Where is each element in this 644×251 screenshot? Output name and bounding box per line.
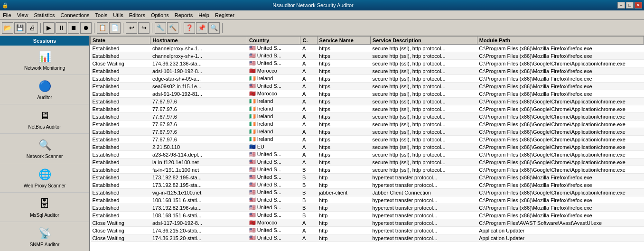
col-header-state[interactable]: State: [91, 37, 150, 45]
menu-item-options[interactable]: Options: [148, 11, 172, 19]
toolbar-btn-1[interactable]: 💾: [14, 22, 26, 34]
menu-item-utils[interactable]: Utils: [110, 11, 126, 19]
menu-item-connections[interactable]: Connections: [57, 11, 92, 19]
module-path-cell: C:\Program Files (x86)\Mozilla Firefox\f…: [477, 67, 644, 75]
c-cell: A: [300, 121, 317, 128]
menu-item-view[interactable]: View: [14, 11, 31, 19]
toolbar-btn-10[interactable]: 📄: [109, 22, 121, 34]
toolbar-btn-19[interactable]: 📌: [196, 22, 207, 34]
service-name-cell: https: [317, 60, 370, 67]
table-row[interactable]: Establisheda23-62-98-114.depl...🇺🇸 Unite…: [91, 151, 644, 158]
table-row[interactable]: Established173.192.82.196-sta...🇺🇸 Unite…: [91, 204, 644, 212]
toolbar-btn-12[interactable]: ↩: [126, 22, 137, 34]
sidebar-item-mssql-auditor[interactable]: 🗄MsSql Auditor: [0, 193, 89, 222]
c-cell: A: [300, 234, 317, 242]
table-row[interactable]: Close Waitingadsl-117-190-192-8...🇲🇦 Mor…: [91, 219, 644, 227]
mssql-auditor-label: MsSql Auditor: [30, 213, 59, 218]
table-row[interactable]: Established2.21.50.110🇪🇺 EUAhttpssecure …: [91, 143, 644, 151]
c-cell: B: [300, 196, 317, 204]
minimize-button[interactable]: −: [617, 2, 625, 9]
toolbar-btn-7[interactable]: ⏺: [80, 22, 92, 34]
state-cell: Established: [91, 196, 150, 204]
toolbar-btn-4[interactable]: ▶: [43, 22, 55, 34]
table-row[interactable]: Close Waiting174.36.232.136-sta...🇺🇸 Uni…: [91, 60, 644, 67]
menu-item-file[interactable]: File: [0, 11, 14, 19]
col-header-country[interactable]: Country: [247, 37, 300, 45]
col-header-service-desc[interactable]: Service Description: [370, 37, 477, 45]
table-row[interactable]: Established77.67.97.6🇮🇪 IrelandAhttpssec…: [91, 121, 644, 128]
sidebar-item-snmp-auditor[interactable]: 📡SNMP Auditor: [0, 222, 89, 251]
service-name-cell: http: [317, 174, 370, 181]
hostname-cell: a23-62-98-114.depl...: [150, 151, 247, 158]
toolbar-btn-18[interactable]: ❓: [184, 22, 195, 34]
menu-item-reports[interactable]: Reports: [172, 11, 196, 19]
toolbar-separator: [123, 23, 123, 33]
module-path-cell: C:\Program Files (x86)\Mozilla Firefox\f…: [477, 196, 644, 204]
c-cell: A: [300, 227, 317, 234]
state-cell: Established: [91, 204, 150, 212]
table-row[interactable]: Close Waiting174.36.215.20-stati...🇺🇸 Un…: [91, 234, 644, 242]
table-row[interactable]: Close Waiting174.36.215.20-stati...🇺🇸 Un…: [91, 227, 644, 234]
toolbar-btn-16[interactable]: 🔨: [167, 22, 178, 34]
table-row[interactable]: Establishedadsl-91-190-192-81...🇲🇦 Moroc…: [91, 90, 644, 98]
module-path-cell: C:\Program Files (x86)\Google\Chrome\App…: [477, 166, 644, 174]
snmp-auditor-label: SNMP Auditor: [30, 242, 60, 247]
menu-item-tools[interactable]: Tools: [93, 11, 111, 19]
table-row[interactable]: Establishedwg-in-f125.1e100.net🇺🇸 United…: [91, 189, 644, 196]
maximize-button[interactable]: □: [626, 2, 634, 9]
table-row[interactable]: Established173.192.82.195-sta...🇺🇸 Unite…: [91, 174, 644, 181]
country-cell: 🇺🇸 United S...: [247, 212, 300, 219]
hostname-cell: 173.192.82.195-sta...: [150, 174, 247, 181]
toolbar-btn-0[interactable]: 📂: [2, 22, 13, 34]
service-name-cell: https: [317, 67, 370, 75]
c-cell: B: [300, 204, 317, 212]
state-cell: Established: [91, 113, 150, 121]
module-path-cell: C:\Program Files (x86)\Google\Chrome\App…: [477, 128, 644, 136]
table-row[interactable]: Established77.67.97.6🇮🇪 IrelandAhttpssec…: [91, 98, 644, 105]
toolbar-btn-9[interactable]: 📋: [97, 22, 108, 34]
col-header-hostname[interactable]: Hostname: [150, 37, 247, 45]
table-row[interactable]: Establishedadsl-101-190-192-8...🇲🇦 Moroc…: [91, 67, 644, 75]
close-button[interactable]: ✕: [635, 2, 642, 9]
toolbar-btn-2[interactable]: 🖨: [27, 22, 38, 34]
menu-item-editors[interactable]: Editors: [126, 11, 148, 19]
table-row[interactable]: Established108.168.151.6-stati...🇺🇸 Unit…: [91, 196, 644, 204]
menu-item-register[interactable]: Register: [212, 11, 237, 19]
menu-item-help[interactable]: Help: [196, 11, 212, 19]
module-path-cell: Application Updater: [477, 227, 644, 234]
sidebar-item-web-proxy-scanner[interactable]: 🌐Web Proxy Scanner: [0, 163, 89, 193]
table-row[interactable]: Established77.67.97.6🇮🇪 IrelandAhttpssec…: [91, 105, 644, 113]
table-row[interactable]: Establishedsea09s02-in-f15.1e...🇺🇸 Unite…: [91, 83, 644, 90]
hostname-cell: 108.168.151.6-stati...: [150, 212, 247, 219]
table-row[interactable]: Established173.192.82.195-sta...🇺🇸 Unite…: [91, 181, 644, 189]
netbios-auditor-icon: 🖥: [37, 108, 52, 123]
table-row[interactable]: Established77.67.97.6🇮🇪 IrelandAhttpssec…: [91, 128, 644, 136]
table-row[interactable]: Established77.67.97.6🇮🇪 IrelandAhttpssec…: [91, 136, 644, 143]
table-row[interactable]: Establishededge-star-shv-09-a...🇮🇪 Irela…: [91, 75, 644, 83]
col-header-c[interactable]: C.: [300, 37, 317, 45]
service-name-cell: https: [317, 113, 370, 121]
sidebar-item-network-monitoring[interactable]: 📊Network Monitoring: [0, 46, 89, 75]
table-row[interactable]: Established77.67.97.6🇮🇪 IrelandAhttpssec…: [91, 113, 644, 121]
col-header-service-name[interactable]: Service Name: [317, 37, 370, 45]
sidebar-item-netbios-auditor[interactable]: 🖥NetBios Auditor: [0, 104, 89, 134]
module-path-cell: C:\Program Files (x86)\Mozilla Firefox\f…: [477, 52, 644, 60]
toolbar-btn-20[interactable]: 🔍: [208, 22, 220, 34]
menu-item-statistics[interactable]: Statistics: [31, 11, 57, 19]
toolbar-btn-15[interactable]: 🔧: [155, 22, 166, 34]
toolbar-btn-13[interactable]: ↪: [138, 22, 149, 34]
table-row[interactable]: Establishedfa-in-f191.1e100.net🇺🇸 United…: [91, 166, 644, 174]
toolbar-btn-5[interactable]: ⏸: [56, 22, 67, 34]
table-row[interactable]: Establishedchannelproxy-shv-1...🇺🇸 Unite…: [91, 52, 644, 60]
col-header-module-path[interactable]: Module Path: [477, 37, 644, 45]
table-row[interactable]: Establishedchannelproxy-shv-1...🇺🇸 Unite…: [91, 45, 644, 52]
state-cell: Established: [91, 128, 150, 136]
module-path-cell: C:\Program Files (x86)\Google\Chrome\App…: [477, 105, 644, 113]
module-path-cell: C:\Program Files (x86)\Google\Chrome\App…: [477, 121, 644, 128]
sidebar-item-network-scanner[interactable]: 🔍Network Scanner: [0, 134, 89, 163]
sidebar-item-auditor[interactable]: 🔵Auditor: [0, 75, 89, 104]
data-table-container[interactable]: State Hostname Country C. Service Name S…: [90, 36, 644, 251]
table-row[interactable]: Establishedla-in-f120.1e100.net🇺🇸 United…: [91, 158, 644, 166]
table-row[interactable]: Established108.168.151.6-stati...🇺🇸 Unit…: [91, 212, 644, 219]
toolbar-btn-6[interactable]: ⏹: [68, 22, 79, 34]
